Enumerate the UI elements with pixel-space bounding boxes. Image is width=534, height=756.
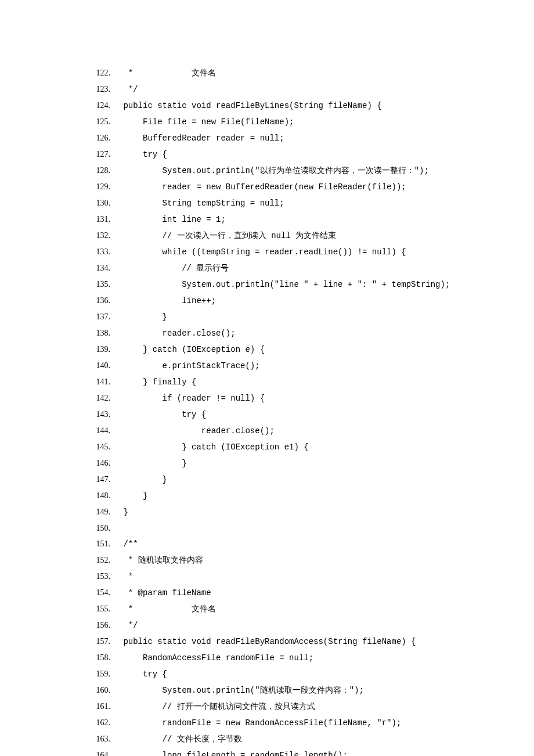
code-line: 130. String tempString = null; [0, 195, 534, 211]
line-number: 142. [81, 390, 110, 406]
line-number: 153. [81, 568, 110, 584]
code-text: * 文件名 [118, 602, 216, 617]
code-line: 137. } [0, 309, 534, 325]
code-text: System.out.println("随机读取一段文件内容："); [118, 683, 364, 699]
line-number: 146. [81, 455, 110, 471]
line-number: 144. [81, 423, 110, 438]
code-line: 123. */ [0, 81, 534, 98]
code-line: 124. public static void readFileByLines(… [0, 98, 534, 114]
line-number: 135. [81, 276, 110, 292]
code-line: 132. // 一次读入一行，直到读入 null 为文件结束 [0, 228, 534, 244]
code-line: 153. * [0, 568, 534, 585]
line-number: 128. [81, 163, 110, 178]
code-line: 128. System.out.println("以行为单位读取文件内容，一次读… [0, 163, 534, 179]
line-number: 160. [81, 682, 110, 698]
code-line: 138. reader.close(); [0, 325, 534, 341]
code-line: 156. */ [0, 617, 534, 633]
line-number: 164. [81, 747, 110, 756]
line-number: 163. [81, 731, 110, 747]
code-line: 157. public static void readFileByRandom… [0, 633, 534, 650]
code-text: } [118, 472, 167, 488]
line-number: 141. [81, 374, 110, 390]
line-number: 134. [81, 260, 110, 276]
code-line: 133. while ((tempString = reader.readLin… [0, 244, 534, 260]
code-line: 136. line++; [0, 293, 534, 309]
code-line: 150. [0, 520, 534, 536]
code-line: 145. } catch (IOException e1) { [0, 439, 534, 455]
code-text: public static void readFileByRandomAcces… [118, 634, 416, 650]
code-text: * [118, 569, 133, 585]
code-line: 162. randomFile = new RandomAccessFile(f… [0, 715, 534, 731]
code-text: * @param fileName [118, 585, 211, 601]
code-line: 163. // 文件长度，字节数 [0, 731, 534, 747]
code-text: reader.close(); [118, 326, 236, 341]
line-number: 147. [81, 471, 110, 487]
code-text: try { [118, 147, 167, 163]
line-number: 129. [81, 179, 110, 195]
line-number: 124. [81, 98, 110, 113]
line-number: 127. [81, 146, 110, 162]
code-line: 155. * 文件名 [0, 601, 534, 617]
line-number: 151. [81, 536, 110, 552]
line-number: 152. [81, 552, 110, 568]
line-number: 137. [81, 309, 110, 325]
line-number: 139. [81, 341, 110, 357]
line-number: 157. [81, 633, 110, 649]
code-text: if (reader != null) { [118, 391, 265, 406]
code-text: // 打开一个随机访问文件流，按只读方式 [118, 699, 315, 715]
line-number: 154. [81, 585, 110, 600]
line-number: 125. [81, 114, 110, 129]
code-text: * 文件名 [118, 66, 216, 81]
code-text: } catch (IOException e1) { [118, 440, 309, 455]
code-line: 129. reader = new BufferedReader(new Fil… [0, 179, 534, 195]
code-line: 158. RandomAccessFile randomFile = null; [0, 650, 534, 666]
code-text: e.printStackTrace(); [118, 358, 260, 374]
code-text: String tempString = null; [118, 196, 284, 211]
code-text: line++; [118, 293, 216, 309]
line-number: 122. [81, 65, 110, 81]
code-text: File file = new File(fileName); [118, 114, 294, 130]
line-number: 123. [81, 81, 110, 97]
line-number: 132. [81, 228, 110, 243]
line-number: 126. [81, 130, 110, 146]
code-line: 151. /** [0, 536, 534, 552]
line-number: 155. [81, 601, 110, 617]
code-text: // 显示行号 [118, 261, 229, 276]
code-line: 131. int line = 1; [0, 211, 534, 228]
code-text: */ [118, 82, 138, 98]
code-text: long fileLength = randomFile.length(); [118, 748, 348, 756]
code-line: 139. } catch (IOException e) { [0, 341, 534, 358]
code-line: 148. } [0, 488, 534, 504]
code-text: int line = 1; [118, 212, 226, 228]
code-text: BufferedReader reader = null; [118, 131, 284, 146]
code-line: 142. if (reader != null) { [0, 390, 534, 406]
line-number: 138. [81, 325, 110, 341]
code-text: System.out.println("以行为单位读取文件内容，一次读一整行："… [118, 163, 429, 179]
line-number: 140. [81, 358, 110, 373]
line-number: 158. [81, 650, 110, 665]
line-number: 143. [81, 406, 110, 422]
code-text: RandomAccessFile randomFile = null; [118, 650, 313, 666]
code-text: randomFile = new RandomAccessFile(fileNa… [118, 715, 401, 731]
code-line: 140. e.printStackTrace(); [0, 358, 534, 374]
code-text: try { [118, 667, 167, 682]
code-text: } catch (IOException e) { [118, 342, 265, 358]
code-text: /** [118, 537, 138, 552]
line-number: 150. [81, 520, 110, 536]
line-number: 133. [81, 244, 110, 260]
code-line: 127. try { [0, 146, 534, 163]
code-text: reader.close(); [118, 423, 275, 439]
code-text: } [118, 505, 128, 520]
code-text: System.out.println("line " + line + ": "… [118, 277, 450, 293]
code-line: 134. // 显示行号 [0, 260, 534, 276]
code-line: 125. File file = new File(fileName); [0, 114, 534, 130]
code-line: 152. * 随机读取文件内容 [0, 552, 534, 568]
line-number: 131. [81, 211, 110, 227]
code-line: 154. * @param fileName [0, 585, 534, 601]
code-line: 135. System.out.println("line " + line +… [0, 276, 534, 293]
line-number: 156. [81, 617, 110, 633]
code-line: 161. // 打开一个随机访问文件流，按只读方式 [0, 699, 534, 715]
code-text: */ [118, 618, 138, 633]
code-text: public static void readFileByLines(Strin… [118, 98, 382, 114]
code-text: * 随机读取文件内容 [118, 553, 203, 568]
